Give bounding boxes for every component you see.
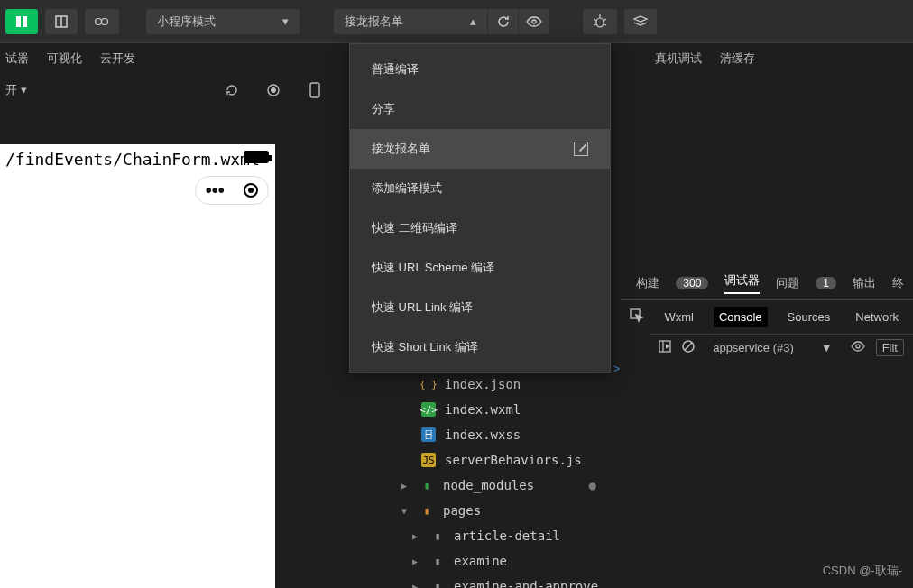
menu-item-normal[interactable]: 普通编译	[350, 50, 610, 89]
menu-item-addmode[interactable]: 添加编译模式	[350, 169, 610, 208]
menu-item-qrcode[interactable]: 快速 二维码编译	[350, 208, 610, 248]
caret-right-icon: ▶	[412, 531, 421, 541]
menu-item-urlscheme[interactable]: 快速 URL Scheme 编译	[350, 248, 610, 288]
svg-line-9	[594, 19, 596, 21]
folder-icon: ▮	[420, 503, 434, 518]
device-icon[interactable]	[307, 82, 323, 98]
tab-build[interactable]: 构建	[636, 275, 659, 291]
menu-item-urllink[interactable]: 快速 URL Link 编译	[350, 288, 610, 327]
badge-build: 300	[676, 277, 708, 289]
nav-debugger[interactable]: 试器	[5, 51, 29, 67]
debug-button[interactable]	[583, 9, 617, 34]
recompile-button[interactable]	[487, 9, 518, 34]
refresh-icon[interactable]	[224, 82, 240, 98]
inner-wxml[interactable]: Wxml	[659, 307, 699, 327]
folder-article-detail[interactable]: ▶▮article-detail	[367, 523, 602, 548]
svg-line-20	[685, 343, 692, 350]
mode-select-label: 小程序模式	[157, 14, 216, 30]
layout-button[interactable]	[45, 9, 78, 34]
nav-visual[interactable]: 可视化	[47, 51, 82, 67]
open-dropdown[interactable]: 开 ▾	[5, 82, 27, 98]
folder-icon: ▮	[430, 554, 445, 568]
cloud-button[interactable]	[85, 9, 119, 34]
folder-icon: ▮	[430, 528, 445, 543]
svg-line-10	[604, 19, 606, 21]
inner-network[interactable]: Network	[850, 307, 904, 327]
simulator-preview	[0, 144, 275, 588]
preview-button[interactable]	[518, 9, 549, 34]
console-sidebar-icon[interactable]	[659, 340, 671, 355]
inspect-icon[interactable]	[630, 308, 644, 326]
nav-labels-right: 真机调试 清缓存	[650, 45, 755, 67]
svg-point-14	[272, 88, 275, 92]
folder-icon: ▮	[430, 579, 445, 588]
menu-item-chainform[interactable]: 接龙报名单	[350, 129, 610, 169]
file-index-wxss[interactable]: ⌸index.wxss	[367, 422, 602, 447]
menu-item-share[interactable]: 分享	[350, 89, 610, 129]
svg-rect-15	[310, 83, 319, 97]
mode-select[interactable]: 小程序模式 ▾	[146, 9, 300, 34]
folder-examine-and-approve[interactable]: ▶▮examine-and-approve	[367, 574, 602, 588]
clear-console-icon[interactable]	[682, 340, 695, 355]
inner-sources[interactable]: Sources	[782, 307, 836, 327]
battery-icon	[244, 151, 269, 163]
run-button[interactable]	[5, 9, 38, 34]
second-bar: 开 ▾	[0, 76, 350, 105]
caret-right-icon: ▶	[412, 556, 421, 566]
wxml-icon: </>	[421, 402, 436, 417]
layers-button[interactable]	[624, 9, 657, 34]
console-prompt[interactable]: >	[613, 363, 620, 375]
devtools-inner-tabs: Wxml Console Sources Network	[621, 299, 913, 334]
filter-input[interactable]: Filt	[876, 339, 904, 356]
folder-node-modules[interactable]: ▶▮node_modules●	[367, 473, 602, 498]
tab-output[interactable]: 输出	[853, 275, 876, 291]
caret-down-icon: ▼	[401, 506, 410, 516]
edit-icon[interactable]	[574, 142, 588, 156]
inner-console[interactable]: Console	[714, 307, 768, 327]
js-icon: JS	[421, 453, 436, 467]
svg-line-12	[604, 24, 606, 25]
svg-point-4	[96, 18, 102, 24]
compile-mode-menu: 普通编译 分享 接龙报名单 添加编译模式 快速 二维码编译 快速 URL Sch…	[349, 43, 611, 373]
stop-icon[interactable]	[265, 82, 281, 98]
preview-path: /findEvents/ChainForm.wxml	[5, 150, 260, 169]
devtools-tabs: 构建 300 调试器 问题 1 输出 终	[627, 267, 913, 299]
top-toolbar: 小程序模式 ▾ 接龙报名单 ▴	[0, 0, 913, 43]
nav-clear-cache[interactable]: 清缓存	[720, 51, 755, 67]
nav-device-debug[interactable]: 真机调试	[655, 51, 702, 67]
svg-point-5	[102, 18, 108, 24]
file-index-json[interactable]: { }index.json	[367, 372, 602, 397]
folder-examine[interactable]: ▶▮examine	[367, 548, 602, 574]
live-icon[interactable]	[851, 341, 865, 354]
svg-rect-1	[23, 16, 27, 27]
menu-item-shortlink[interactable]: 快速 Short Link 编译	[350, 327, 610, 367]
json-icon: { }	[421, 377, 436, 391]
chevron-down-icon: ▾	[282, 14, 289, 28]
nav-cloud[interactable]: 云开发	[100, 51, 135, 67]
svg-line-11	[594, 24, 596, 25]
tab-issues[interactable]: 问题	[776, 275, 799, 291]
file-tree: { }index.json </>index.wxml ⌸index.wxss …	[367, 372, 602, 588]
svg-point-6	[532, 20, 536, 23]
file-serverbehaviors[interactable]: JSserverBehaviors.js	[367, 447, 602, 473]
chevron-down-icon: ▼	[821, 341, 833, 354]
context-select[interactable]: appservice (#3)▼	[706, 339, 839, 356]
tab-debugger[interactable]: 调试器	[724, 272, 760, 294]
tab-terminal[interactable]: 终	[892, 275, 904, 291]
watermark: CSDN @-耿瑞-	[823, 563, 902, 579]
target-icon[interactable]	[244, 183, 258, 198]
svg-rect-0	[16, 16, 21, 27]
folder-pages[interactable]: ▼▮pages	[367, 498, 602, 523]
dirty-dot-icon: ●	[589, 478, 602, 492]
nav-labels: 试器 可视化 云开发	[0, 45, 135, 67]
more-icon[interactable]: •••	[206, 186, 225, 195]
console-controls: appservice (#3)▼ Filt	[650, 334, 913, 361]
file-index-wxml[interactable]: </>index.wxml	[367, 397, 602, 422]
miniapp-capsule: •••	[195, 176, 269, 205]
compile-select[interactable]: 接龙报名单 ▴	[334, 9, 487, 34]
compile-select-label: 接龙报名单	[345, 14, 403, 30]
badge-issues: 1	[816, 277, 836, 289]
folder-icon: ▮	[420, 478, 434, 492]
svg-point-21	[856, 345, 860, 348]
chevron-up-icon: ▴	[470, 14, 476, 28]
